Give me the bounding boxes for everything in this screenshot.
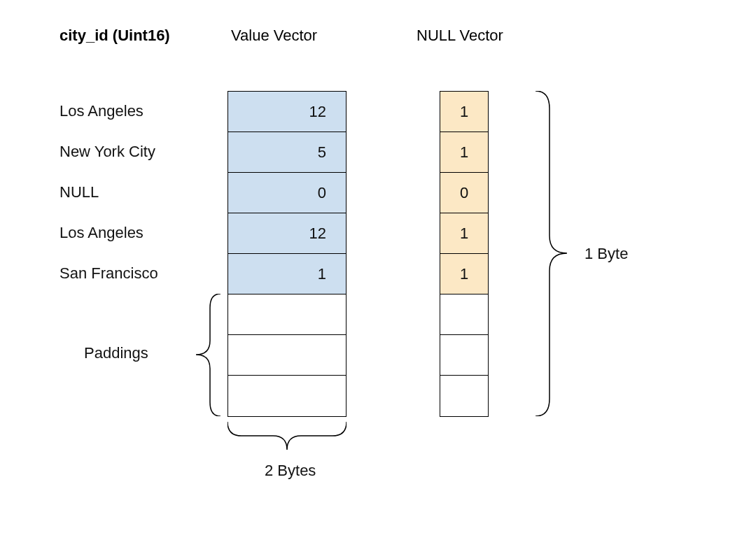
padding-cell xyxy=(228,376,346,416)
padding-cell xyxy=(228,294,346,335)
null-vector-header: NULL Vector xyxy=(416,27,503,45)
padding-cell xyxy=(440,376,488,416)
row-label: San Francisco xyxy=(59,264,158,283)
value-cell: 12 xyxy=(228,92,346,132)
value-vector-column: 12 5 0 12 1 xyxy=(227,91,346,417)
null-cell: 1 xyxy=(440,213,488,254)
value-cell: 5 xyxy=(228,132,346,173)
column-name-header: city_id (Uint16) xyxy=(59,27,170,45)
value-cell: 1 xyxy=(228,254,346,294)
null-cell: 1 xyxy=(440,132,488,173)
diagram-container: city_id (Uint16) Value Vector NULL Vecto… xyxy=(0,0,756,554)
null-height-label: 1 Byte xyxy=(584,245,628,263)
value-vector-header: Value Vector xyxy=(231,27,317,45)
row-label: New York City xyxy=(59,143,155,161)
row-label: NULL xyxy=(59,183,99,201)
value-cell: 0 xyxy=(228,173,346,213)
row-label: Los Angeles xyxy=(59,224,144,242)
value-width-label: 2 Bytes xyxy=(265,462,316,480)
null-cell: 1 xyxy=(440,92,488,132)
padding-cell xyxy=(440,294,488,335)
null-vector-column: 1 1 0 1 1 xyxy=(440,91,489,417)
value-cell: 12 xyxy=(228,213,346,254)
padding-cell xyxy=(228,335,346,376)
null-cell: 1 xyxy=(440,254,488,294)
paddings-label: Paddings xyxy=(84,344,148,362)
row-label: Los Angeles xyxy=(59,102,144,120)
brace-value-width-icon xyxy=(227,418,346,457)
brace-paddings-icon xyxy=(189,294,224,416)
brace-null-height-icon xyxy=(532,91,574,416)
null-cell: 0 xyxy=(440,173,488,213)
padding-cell xyxy=(440,335,488,376)
